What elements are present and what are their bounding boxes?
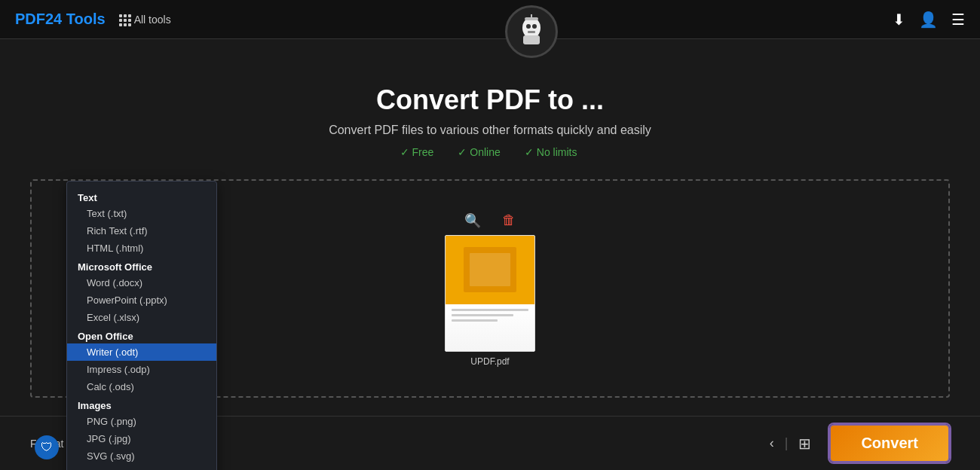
dropdown-item[interactable]: Writer (.odt) <box>67 343 216 361</box>
dropdown-category: Text <box>67 189 216 205</box>
header: PDF24 Tools All tools ⬇ 👤 ☰ <box>0 0 980 39</box>
header-center <box>171 0 893 46</box>
text-line-1 <box>452 309 528 311</box>
text-line-2 <box>452 314 513 316</box>
nav-divider: | <box>785 435 789 451</box>
dropdown-item[interactable]: JPG (.jpg) <box>67 430 216 447</box>
profile-icon[interactable]: 👤 <box>919 11 938 29</box>
dropdown-item[interactable]: Text (.txt) <box>67 205 216 222</box>
dropdown-item[interactable]: Excel (.xlsx) <box>67 309 216 326</box>
delete-button[interactable]: 🗑 <box>498 211 520 230</box>
dropdown-item[interactable]: SVG (.svg) <box>67 447 216 465</box>
page-subtitle: Convert PDF files to various other forma… <box>15 124 965 137</box>
upload-area[interactable]: TextText (.txt)Rich Text (.rtf)HTML (.ht… <box>30 179 950 398</box>
dropdown-category: Open Office <box>67 328 216 343</box>
features-list: ✓Free ✓Online ✓No limits <box>15 146 965 158</box>
svg-point-0 <box>522 17 541 38</box>
dropdown-category: Microsoft Office <box>67 258 216 274</box>
dropdown-item[interactable]: Impress (.odp) <box>67 361 216 378</box>
dropdown-category: Images <box>67 397 216 413</box>
app-logo-circle <box>505 5 558 58</box>
svg-rect-5 <box>525 17 538 20</box>
pdf-text-lines <box>446 304 534 329</box>
file-thumbnail-container: 🔍 🗑 UPDF.pdf <box>445 211 535 367</box>
dropdown-item[interactable]: Calc (.ods) <box>67 378 216 395</box>
shield-badge: 🛡 <box>35 435 59 459</box>
text-line-3 <box>452 319 498 322</box>
header-right: ⬇ 👤 ☰ <box>893 11 965 29</box>
logo-svg <box>513 13 550 50</box>
hero-section: Convert PDF to ... Convert PDF files to … <box>0 39 980 172</box>
svg-point-3 <box>532 24 537 29</box>
file-preview-inner <box>446 236 534 351</box>
menu-icon[interactable]: ☰ <box>951 11 965 29</box>
dropdown-category: Other <box>67 466 216 470</box>
pdf-cover-image <box>464 247 516 292</box>
prev-button[interactable]: ‹ <box>765 431 779 456</box>
svg-point-2 <box>526 24 531 29</box>
download-icon[interactable]: ⬇ <box>893 11 905 29</box>
dropdown-item[interactable]: Word (.docx) <box>67 274 216 291</box>
add-file-button[interactable]: ⊞ <box>794 430 816 457</box>
feature-no-limits: ✓No limits <box>525 146 580 158</box>
grid-icon <box>119 14 130 25</box>
file-preview <box>445 235 535 352</box>
convert-button[interactable]: Convert <box>829 424 950 462</box>
feature-free: ✓Free <box>400 146 437 158</box>
dropdown-item[interactable]: Rich Text (.rtf) <box>67 222 216 240</box>
file-actions: 🔍 🗑 <box>460 211 520 230</box>
dropdown-item[interactable]: PowerPoint (.pptx) <box>67 291 216 309</box>
dropdown-item[interactable]: HTML (.html) <box>67 240 216 257</box>
page-title: Convert PDF to ... <box>15 84 965 116</box>
svg-rect-4 <box>528 31 535 33</box>
zoom-button[interactable]: 🔍 <box>460 211 485 230</box>
svg-rect-1 <box>523 35 540 44</box>
format-dropdown: TextText (.txt)Rich Text (.rtf)HTML (.ht… <box>66 181 217 470</box>
file-name: UPDF.pdf <box>470 356 509 367</box>
pdf-cover <box>446 236 534 305</box>
logo[interactable]: PDF24 Tools <box>15 11 106 28</box>
feature-online: ✓Online <box>458 146 503 158</box>
all-tools-label: All tools <box>134 14 171 26</box>
all-tools-nav[interactable]: All tools <box>119 14 171 26</box>
bottom-right: ‹ | ⊞ Convert <box>765 424 950 462</box>
dropdown-item[interactable]: PNG (.png) <box>67 413 216 430</box>
